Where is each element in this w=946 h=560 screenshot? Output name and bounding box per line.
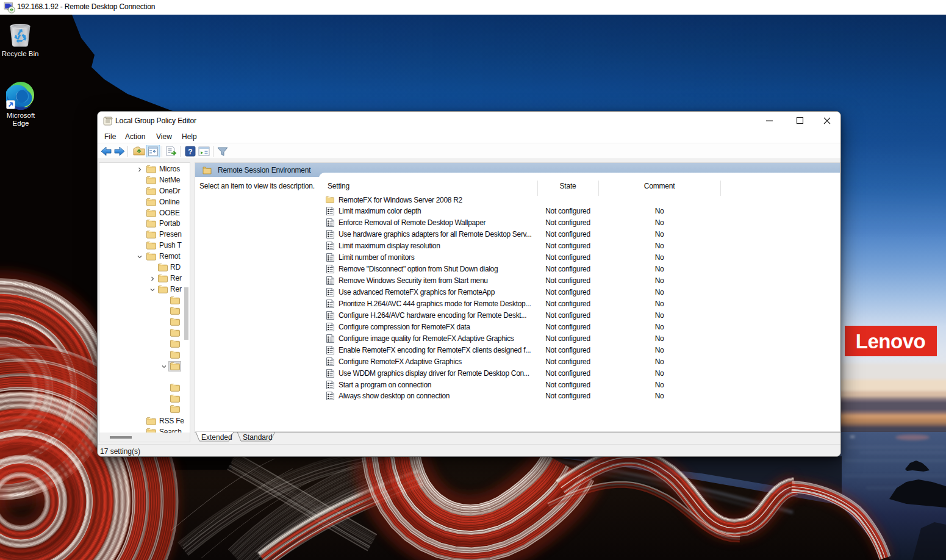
svg-text:?: ? [188, 148, 192, 156]
svg-text:Standard: Standard [243, 433, 273, 442]
svg-text:Extended: Extended [201, 433, 232, 442]
svg-text:Lenovo: Lenovo [856, 330, 925, 353]
